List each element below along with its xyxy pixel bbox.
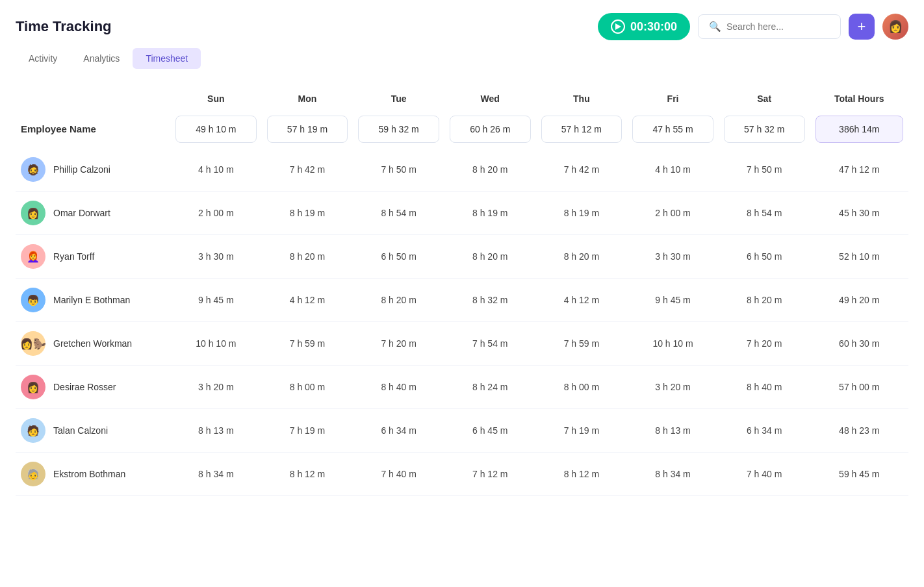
table-row: 👩Desirae Rosser3 h 20 m8 h 00 m8 h 40 m8…	[16, 366, 908, 409]
avatar: 🧓	[21, 462, 45, 486]
timer-button[interactable]: 00:30:00	[598, 13, 690, 40]
timer-display: 00:30:00	[630, 20, 677, 34]
employee-cell: 🧑Talan Calzoni	[21, 418, 165, 443]
employee-total-hours: 47 h 12 m	[810, 148, 909, 192]
employee-tue-hours: 7 h 20 m	[353, 322, 444, 366]
employee-name-cell: 👩‍🦰Ryan Torff	[16, 235, 170, 279]
table-row: 👩Omar Dorwart2 h 00 m8 h 19 m8 h 54 m8 h…	[16, 192, 908, 235]
employee-tue-hours: 8 h 20 m	[353, 279, 444, 322]
employee-name-cell: 🧑Talan Calzoni	[16, 409, 170, 453]
employee-thu-hours: 8 h 00 m	[536, 366, 628, 409]
employee-mon-hours: 7 h 19 m	[262, 409, 353, 453]
employee-sat-hours: 7 h 20 m	[719, 322, 810, 366]
employee-name: Ekstrom Bothman	[53, 469, 125, 479]
employee-thu-hours: 8 h 12 m	[536, 453, 628, 496]
employee-name-cell: 👩‍🦫Gretchen Workman	[16, 322, 170, 366]
table-row: 🧑Talan Calzoni8 h 13 m7 h 19 m6 h 34 m6 …	[16, 409, 908, 453]
user-avatar[interactable]: 👩	[882, 14, 908, 40]
employee-sun-hours: 10 h 10 m	[170, 322, 262, 366]
employee-total-hours: 52 h 10 m	[810, 235, 909, 279]
totals-sun: 49 h 10 m	[170, 110, 262, 148]
employee-fri-hours: 10 h 10 m	[627, 322, 719, 366]
employee-name: Desirae Rosser	[53, 382, 116, 392]
employee-name-cell: 🧔Phillip Calzoni	[16, 148, 170, 192]
employee-thu-hours: 7 h 19 m	[536, 409, 628, 453]
employee-total-hours: 49 h 20 m	[810, 279, 909, 322]
employee-total-hours: 60 h 30 m	[810, 322, 909, 366]
avatar: 👩	[21, 201, 45, 225]
page-title: Time Tracking	[16, 18, 112, 35]
search-input[interactable]	[726, 21, 830, 32]
employee-wed-hours: 8 h 32 m	[444, 279, 536, 322]
employee-sun-hours: 8 h 13 m	[170, 409, 262, 453]
employee-total-hours: 59 h 45 m	[810, 453, 909, 496]
grand-total-box: 386h 14m	[815, 116, 904, 143]
timesheet-table: Sun Mon Tue Wed Thu Fri Sat Total Hours …	[16, 87, 908, 496]
employee-wed-hours: 8 h 24 m	[444, 366, 536, 409]
tab-analytics[interactable]: Analytics	[70, 48, 133, 69]
employee-mon-hours: 4 h 12 m	[262, 279, 353, 322]
column-headers: Sun Mon Tue Wed Thu Fri Sat Total Hours	[16, 87, 908, 110]
employee-name: Phillip Calzoni	[53, 164, 110, 175]
col-header-tue: Tue	[353, 87, 444, 110]
employee-fri-hours: 4 h 10 m	[627, 148, 719, 192]
employee-sat-hours: 7 h 40 m	[719, 453, 810, 496]
search-box: 🔍	[698, 14, 841, 39]
col-header-sun: Sun	[170, 87, 262, 110]
employee-sat-hours: 8 h 54 m	[719, 192, 810, 235]
employee-name-cell: 👦Marilyn E Bothman	[16, 279, 170, 322]
employee-sat-hours: 8 h 40 m	[719, 366, 810, 409]
tab-activity[interactable]: Activity	[16, 48, 70, 69]
employee-name: Marilyn E Bothman	[53, 295, 130, 305]
employee-thu-hours: 7 h 42 m	[536, 148, 628, 192]
employee-name: Gretchen Workman	[53, 338, 132, 349]
employee-wed-hours: 8 h 20 m	[444, 148, 536, 192]
employee-name-label: Employee Name	[21, 123, 96, 134]
employee-cell: 👩‍🦫Gretchen Workman	[21, 331, 165, 356]
employee-sun-hours: 3 h 30 m	[170, 235, 262, 279]
employee-sun-hours: 4 h 10 m	[170, 148, 262, 192]
employee-mon-hours: 7 h 59 m	[262, 322, 353, 366]
employee-fri-hours: 8 h 13 m	[627, 409, 719, 453]
totals-wed: 60 h 26 m	[444, 110, 536, 148]
employee-total-hours: 48 h 23 m	[810, 409, 909, 453]
employee-tue-hours: 8 h 40 m	[353, 366, 444, 409]
col-header-wed: Wed	[444, 87, 536, 110]
employee-thu-hours: 4 h 12 m	[536, 279, 628, 322]
employee-name-cell: 👩Omar Dorwart	[16, 192, 170, 235]
tab-timesheet[interactable]: Timesheet	[133, 48, 201, 69]
employee-total-hours: 45 h 30 m	[810, 192, 909, 235]
employee-tue-hours: 6 h 50 m	[353, 235, 444, 279]
employee-cell: 👩Desirae Rosser	[21, 375, 165, 399]
col-header-fri: Fri	[627, 87, 719, 110]
employee-sat-hours: 7 h 50 m	[719, 148, 810, 192]
avatar: 👩	[21, 375, 45, 399]
employee-thu-hours: 8 h 19 m	[536, 192, 628, 235]
employee-mon-hours: 7 h 42 m	[262, 148, 353, 192]
employee-fri-hours: 8 h 34 m	[627, 453, 719, 496]
totals-mon-box: 57 h 19 m	[267, 116, 348, 143]
add-button[interactable]: +	[849, 14, 875, 40]
employee-sun-hours: 8 h 34 m	[170, 453, 262, 496]
totals-thu-box: 57 h 12 m	[541, 116, 622, 143]
employee-wed-hours: 8 h 19 m	[444, 192, 536, 235]
employee-mon-hours: 8 h 19 m	[262, 192, 353, 235]
totals-sun-box: 49 h 10 m	[175, 116, 257, 143]
employee-tue-hours: 6 h 34 m	[353, 409, 444, 453]
search-icon: 🔍	[709, 21, 721, 32]
col-header-total: Total Hours	[810, 87, 909, 110]
avatar: 🧑	[21, 418, 45, 443]
employee-sat-hours: 6 h 34 m	[719, 409, 810, 453]
employee-wed-hours: 7 h 12 m	[444, 453, 536, 496]
employee-tue-hours: 7 h 40 m	[353, 453, 444, 496]
employee-wed-hours: 6 h 45 m	[444, 409, 536, 453]
avatar: 👦	[21, 288, 45, 312]
grand-total-cell: 386h 14m	[810, 110, 909, 148]
employee-fri-hours: 9 h 45 m	[627, 279, 719, 322]
employee-tue-hours: 7 h 50 m	[353, 148, 444, 192]
employee-cell: 🧓Ekstrom Bothman	[21, 462, 165, 486]
totals-tue-box: 59 h 32 m	[358, 116, 439, 143]
employee-name: Ryan Torff	[53, 251, 94, 262]
employee-fri-hours: 3 h 20 m	[627, 366, 719, 409]
table-row: 🧔Phillip Calzoni4 h 10 m7 h 42 m7 h 50 m…	[16, 148, 908, 192]
